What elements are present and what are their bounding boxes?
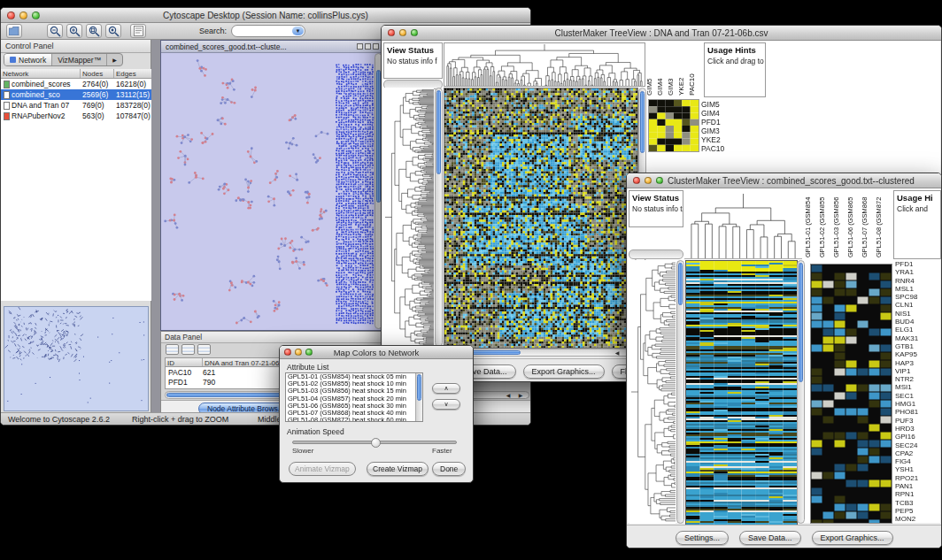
gene-label[interactable]: SPC98 xyxy=(895,293,941,301)
treeview-button[interactable]: Settings... xyxy=(676,531,729,545)
slider-thumb[interactable] xyxy=(371,438,381,448)
gene-label[interactable]: PAN1 xyxy=(895,482,941,490)
tab-overflow-arrow-icon[interactable]: ▶ xyxy=(106,54,122,65)
column-label[interactable]: GIM3 xyxy=(667,42,676,96)
gene-label[interactable]: HMG1 xyxy=(895,400,941,408)
dialog-titlebar[interactable]: Map Colors to Network xyxy=(280,346,473,359)
gene-label[interactable]: HAP3 xyxy=(895,359,941,367)
done-button[interactable]: Done xyxy=(432,462,466,476)
network-table-row[interactable]: combined_scores 2764(0) 16218(0) xyxy=(1,79,151,89)
scroll-right-icon[interactable]: ▶ xyxy=(516,392,525,400)
gene-label[interactable]: PFD1 xyxy=(701,118,738,127)
annotation-icon[interactable] xyxy=(130,24,146,38)
gene-label[interactable]: NIS1 xyxy=(895,310,941,318)
attribute-matrix-icon[interactable] xyxy=(197,344,211,355)
zoom-out-icon[interactable] xyxy=(47,24,63,38)
gene-label[interactable]: CPA2 xyxy=(895,449,941,457)
tab-vizmapper[interactable]: VizMapper™ xyxy=(51,54,106,65)
gene-label[interactable]: SEC24 xyxy=(895,441,941,449)
column-dendrogram-canvas[interactable] xyxy=(444,42,645,87)
attribute-list-scrollbar[interactable] xyxy=(415,373,422,421)
gene-label[interactable]: RNR4 xyxy=(895,277,941,285)
global-overview-canvas[interactable] xyxy=(648,99,699,152)
frame-close-icon[interactable] xyxy=(373,43,379,50)
attribute-list-item[interactable]: GPL51-08 (GSM872) heat shock 60 min xyxy=(286,417,415,422)
scrollbar-thumb[interactable] xyxy=(640,91,645,153)
scrollbar-thumb[interactable] xyxy=(678,263,683,305)
gene-label[interactable]: GPI16 xyxy=(895,433,941,441)
gene-label[interactable]: PHO81 xyxy=(895,408,941,416)
create-attribute-icon[interactable] xyxy=(181,344,195,355)
gene-label[interactable]: YKE2 xyxy=(701,135,738,144)
gene-label[interactable]: PAC10 xyxy=(701,144,738,153)
scrollbar-thumb[interactable] xyxy=(799,263,803,382)
col-edges[interactable]: Edges xyxy=(114,69,151,78)
close-button[interactable] xyxy=(633,177,640,184)
gene-label[interactable]: GTB1 xyxy=(895,342,941,350)
attribute-list-item[interactable]: GPL51-07 (GSM868) heat shock 40 min xyxy=(286,410,415,417)
column-label[interactable]: GIM5 xyxy=(645,42,654,96)
status-mini-scrollbar[interactable]: ◀ ▶ xyxy=(629,249,683,259)
gene-label[interactable]: PFD1 xyxy=(895,260,941,268)
select-attributes-icon[interactable] xyxy=(166,344,179,355)
treeview-combined-titlebar[interactable]: ClusterMaker TreeView : combined_scores_… xyxy=(627,173,941,188)
column-label[interactable]: PAC10 xyxy=(688,42,697,96)
attribute-list-item[interactable]: GPL51-02 (GSM855) heat shock 10 min xyxy=(286,380,415,387)
zoom-in-icon[interactable] xyxy=(66,24,82,38)
row-dendrogram-canvas[interactable] xyxy=(629,260,676,524)
zoom-button[interactable] xyxy=(656,177,663,184)
move-up-button[interactable]: ∧ xyxy=(432,383,460,394)
col-network[interactable]: Network xyxy=(1,69,81,78)
open-session-icon[interactable] xyxy=(6,24,22,38)
column-label[interactable]: GPL51-03 (GSM856 xyxy=(832,190,846,257)
attribute-list[interactable]: GPL51-01 (GSM854) heat shock 05 minGPL51… xyxy=(285,372,423,422)
gene-label[interactable]: RPN1 xyxy=(895,490,941,498)
column-dendrogram-canvas[interactable] xyxy=(684,190,802,259)
network-canvas[interactable] xyxy=(162,53,374,329)
gene-label[interactable]: GIM5 xyxy=(701,100,738,109)
gene-label[interactable]: MSL1 xyxy=(895,285,941,293)
column-label[interactable]: YKE2 xyxy=(677,42,686,96)
search-combobox[interactable]: ▼ xyxy=(231,25,305,37)
heatmap-vscrollbar[interactable] xyxy=(797,260,805,524)
treeview-button[interactable]: Export Graphics... xyxy=(523,364,605,379)
gene-label[interactable]: GIM4 xyxy=(701,109,738,118)
gene-label[interactable]: CLN1 xyxy=(895,301,941,309)
treeview-button[interactable]: Export Graphics... xyxy=(812,531,893,545)
animation-speed-slider[interactable] xyxy=(292,441,457,444)
column-label[interactable]: GPL51-02 (GSM855 xyxy=(818,190,832,257)
zoom-fit-icon[interactable] xyxy=(86,24,102,38)
scroll-left-icon[interactable]: ◀ xyxy=(504,392,513,400)
gene-label[interactable]: MAK31 xyxy=(895,334,941,342)
scrollbar-thumb[interactable] xyxy=(417,374,421,401)
frame-maximize-icon[interactable] xyxy=(365,43,371,50)
gene-label[interactable]: TCB3 xyxy=(895,499,941,507)
network-overview-canvas[interactable] xyxy=(4,307,148,410)
column-label[interactable]: GPL51-01 (GSM854 xyxy=(804,190,818,257)
gene-label[interactable]: VIP1 xyxy=(895,367,941,375)
col-id[interactable]: ID xyxy=(166,358,203,366)
column-label[interactable]: GPL51-08 (GSM872 xyxy=(875,190,889,257)
gene-label[interactable]: MSI1 xyxy=(895,383,941,391)
network-table-row[interactable]: combined_sco 2569(6) 13112(15) xyxy=(1,89,151,100)
treeview-dna-titlebar[interactable]: ClusterMaker TreeView : DNA and Tran 07-… xyxy=(382,26,941,41)
zoom-selected-icon[interactable] xyxy=(105,24,121,38)
dropdown-arrow-icon[interactable]: ▼ xyxy=(292,27,304,35)
gene-label[interactable]: YRA1 xyxy=(895,268,941,276)
column-label[interactable]: GPL51-06 (GSM865 xyxy=(846,190,861,257)
attribute-list-item[interactable]: GPL51-01 (GSM854) heat shock 05 min xyxy=(286,373,415,380)
gene-label[interactable]: ELG1 xyxy=(895,326,941,334)
zoom-heatmap-canvas[interactable] xyxy=(810,264,892,524)
cytoscape-titlebar[interactable]: Cytoscape Desktop (Session Name: collins… xyxy=(1,8,530,23)
minimize-button[interactable] xyxy=(645,177,652,184)
move-down-button[interactable]: ∨ xyxy=(432,399,460,410)
gene-label[interactable]: RPO21 xyxy=(895,474,941,482)
gene-label[interactable]: PEP5 xyxy=(895,507,941,515)
gene-label[interactable]: MON2 xyxy=(895,515,941,523)
row-dendrogram-scrollbar[interactable] xyxy=(676,260,684,524)
gene-label[interactable]: BUD4 xyxy=(895,318,941,326)
column-label[interactable]: GIM4 xyxy=(656,42,665,96)
gene-label[interactable]: KAP95 xyxy=(895,350,941,358)
gene-label[interactable]: YSH1 xyxy=(895,465,941,473)
row-dendrogram-scrollbar[interactable] xyxy=(435,88,443,347)
